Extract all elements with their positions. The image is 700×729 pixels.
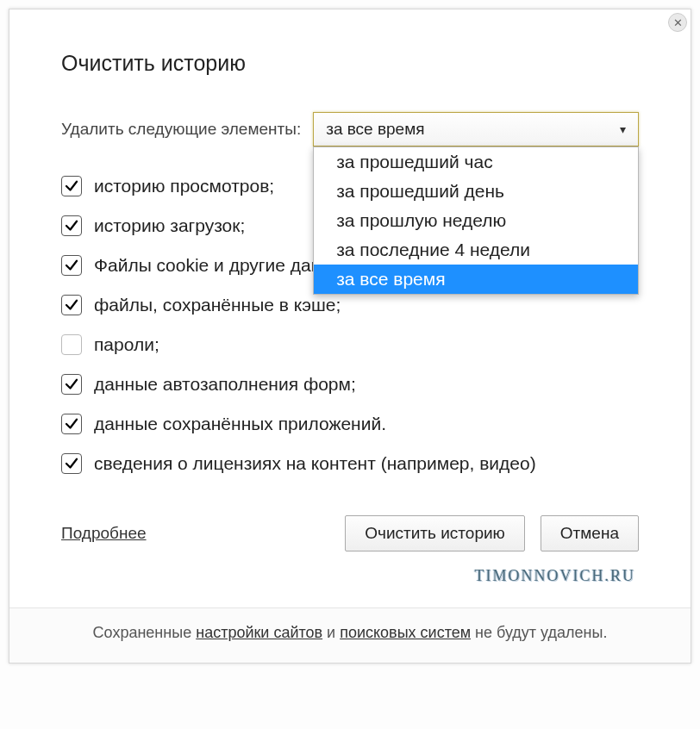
time-range-option-week[interactable]: за прошлую неделю <box>314 206 638 235</box>
checkbox[interactable] <box>61 215 82 236</box>
time-range-label: Удалить следующие элементы: <box>61 120 301 139</box>
check-icon <box>64 297 79 313</box>
checkbox-label: файлы, сохранённые в кэше; <box>94 295 341 315</box>
checkbox-label: историю загрузок; <box>94 215 245 236</box>
close-icon: ✕ <box>673 17 683 28</box>
dialog-title: Очистить историю <box>61 51 639 76</box>
checkbox-label: пароли; <box>94 334 159 355</box>
check-icon <box>64 258 79 273</box>
button-row: Подробнее Очистить историю Отмена <box>61 515 639 551</box>
footer-link-search-engines[interactable]: поисковых систем <box>340 624 471 641</box>
footer-link-site-settings[interactable]: настройки сайтов <box>196 624 322 641</box>
checkbox-label: данные сохранённых приложений. <box>94 414 386 434</box>
check-icon <box>64 377 79 392</box>
checkbox[interactable] <box>61 255 82 276</box>
check-icon <box>64 416 79 432</box>
checkbox-label: данные автозаполнения форм; <box>94 374 356 395</box>
watermark: TIMONNOVICH.RU <box>61 567 639 585</box>
check-icon <box>64 456 79 471</box>
dialog-body: Очистить историю Удалить следующие элеме… <box>9 9 691 608</box>
clear-history-button[interactable]: Очистить историю <box>345 515 525 551</box>
time-range-row: Удалить следующие элементы: за все время… <box>61 112 639 146</box>
check-icon <box>64 218 79 234</box>
check-icon <box>64 178 79 194</box>
chevron-down-icon: ▾ <box>620 122 626 136</box>
time-range-dropdown: за прошедший час за прошедший день за пр… <box>313 146 639 295</box>
checkbox-label: историю просмотров; <box>94 176 274 196</box>
footer-pre: Сохраненные <box>93 624 197 641</box>
time-range-selected-value: за все время <box>326 120 424 139</box>
checkbox-row: пароли; <box>61 334 639 355</box>
checkbox-label: сведения о лицензиях на контент (наприме… <box>94 453 536 474</box>
time-range-option-4weeks[interactable]: за последние 4 недели <box>314 235 638 265</box>
clear-history-dialog: ✕ Очистить историю Удалить следующие эле… <box>9 9 691 664</box>
time-range-option-all[interactable]: за все время <box>314 265 638 294</box>
checkbox-row: файлы, сохранённые в кэше; <box>61 295 639 315</box>
time-range-option-hour[interactable]: за прошедший час <box>314 147 638 177</box>
cancel-button[interactable]: Отмена <box>541 515 639 551</box>
checkbox[interactable] <box>61 295 82 315</box>
checkbox[interactable] <box>61 176 82 196</box>
footer-mid: и <box>322 624 340 641</box>
checkbox-row: данные сохранённых приложений. <box>61 414 639 434</box>
checkbox[interactable] <box>61 453 82 474</box>
checkbox[interactable] <box>61 414 82 434</box>
footer-post: не будут удалены. <box>471 624 607 641</box>
checkbox[interactable] <box>61 334 82 355</box>
checkbox-row: сведения о лицензиях на контент (наприме… <box>61 453 639 474</box>
time-range-select[interactable]: за все время ▾ за прошедший час за проше… <box>313 112 639 146</box>
close-button[interactable]: ✕ <box>668 13 687 32</box>
checkbox[interactable] <box>61 374 82 395</box>
more-link[interactable]: Подробнее <box>61 524 147 543</box>
footer-note: Сохраненные настройки сайтов и поисковых… <box>9 608 691 663</box>
time-range-option-day[interactable]: за прошедший день <box>314 177 638 206</box>
checkbox-row: данные автозаполнения форм; <box>61 374 639 395</box>
